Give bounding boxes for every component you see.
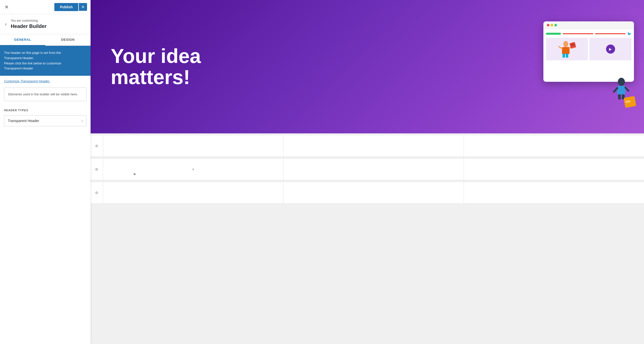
- elements-box-text: Elements used in the builder will be vis…: [8, 92, 78, 96]
- builder-gap: [91, 133, 644, 135]
- section-title: Header Builder: [11, 23, 47, 29]
- row-1-cell-1[interactable]: [103, 135, 284, 157]
- row-1-settings-icon[interactable]: ⚙: [91, 135, 103, 157]
- browser-dots: [543, 21, 634, 29]
- title-block: You are customizing Header Builder: [11, 19, 47, 29]
- plus-icon: +: [192, 166, 195, 173]
- row-3-cell-2[interactable]: [284, 182, 464, 203]
- sidebar: ✕ Publish ⚙ ‹ You are customizing Header…: [0, 0, 91, 344]
- top-bar: ✕ Publish ⚙: [0, 0, 91, 14]
- dot-yellow: [551, 24, 553, 26]
- row-1-cell-3[interactable]: [464, 135, 644, 157]
- publish-settings-button[interactable]: ⚙: [79, 3, 87, 11]
- row-gap-2: [91, 180, 644, 182]
- play-button-icon: ▶: [606, 45, 615, 54]
- svg-rect-1: [562, 47, 570, 54]
- row-2-cell-3[interactable]: [464, 159, 644, 180]
- elements-box: Elements used in the builder will be vis…: [4, 88, 87, 101]
- browser-grid: ▶: [546, 38, 631, 60]
- svg-line-2: [559, 47, 562, 49]
- row-1-cell-2[interactable]: [284, 135, 464, 157]
- transparent-header-label: Transparent Header: [8, 119, 39, 123]
- dot-red: [547, 24, 549, 26]
- svg-rect-12: [618, 94, 621, 99]
- row-gap-1: [91, 157, 644, 159]
- customize-transparent-header-link[interactable]: Customize Transparent Header.: [4, 79, 50, 83]
- person-code-svg: </>: [606, 74, 636, 114]
- tab-design[interactable]: DESIGN: [45, 34, 91, 46]
- gear-icon-row1: ⚙: [95, 144, 98, 148]
- chevron-right-icon: ›: [82, 119, 83, 123]
- svg-point-8: [618, 78, 625, 86]
- cursor-indicator: ⌖: [133, 172, 136, 177]
- red-bar-2: [595, 33, 626, 34]
- svg-rect-9: [617, 86, 625, 95]
- svg-line-11: [625, 88, 628, 91]
- tab-general[interactable]: GENERAL: [0, 34, 45, 46]
- info-box-text: The header on this page is set from the …: [4, 51, 61, 70]
- header-types-section-label: HEADER TYPES: [0, 105, 91, 114]
- svg-line-10: [614, 88, 617, 92]
- grid-cell-1: [546, 38, 588, 60]
- row-3-cell-3[interactable]: [464, 182, 644, 203]
- gear-icon: ⚙: [82, 5, 85, 9]
- back-icon: ‹: [5, 21, 7, 27]
- person-svg: [557, 39, 577, 59]
- red-bar: [562, 33, 593, 34]
- hero-banner: Your idea matters! 🐦: [91, 0, 644, 133]
- grid-cell-2: ▶: [589, 38, 631, 60]
- row-3-cell-1[interactable]: [103, 182, 284, 203]
- builder-area: ⚙ ⚙ + ⌖ ⚙: [91, 135, 644, 344]
- browser-mockup: 🐦: [543, 21, 634, 82]
- customize-link-area: Customize Transparent Header.: [0, 76, 91, 85]
- gear-icon-row2: ⚙: [95, 167, 98, 171]
- svg-point-0: [563, 41, 568, 47]
- tabs: GENERAL DESIGN: [0, 34, 91, 46]
- customizing-subtitle: You are customizing: [11, 19, 47, 22]
- svg-rect-4: [562, 54, 565, 58]
- browser-bar-row: 🐦: [546, 32, 631, 36]
- publish-group: Publish ⚙: [54, 3, 87, 11]
- hero-illustration: 🐦: [528, 19, 634, 114]
- close-button[interactable]: ✕: [4, 3, 10, 11]
- row-2-cell-1[interactable]: + ⌖: [103, 159, 284, 180]
- hero-heading: Your idea matters!: [111, 46, 201, 88]
- hero-text: Your idea matters!: [91, 30, 221, 103]
- green-bar: [546, 33, 561, 35]
- gear-icon-row3: ⚙: [95, 191, 98, 195]
- svg-rect-5: [566, 54, 568, 58]
- info-box: The header on this page is set from the …: [0, 46, 91, 76]
- builder-row-2: ⚙ + ⌖: [91, 159, 644, 180]
- publish-button[interactable]: Publish: [54, 3, 78, 11]
- twitter-icon: 🐦: [627, 32, 631, 36]
- row-2-cell-2[interactable]: [284, 159, 464, 180]
- row-3-settings-icon[interactable]: ⚙: [91, 182, 103, 203]
- row-2-settings-icon[interactable]: ⚙: [91, 159, 103, 180]
- preview-area: Your idea matters! 🐦: [91, 0, 644, 344]
- back-button[interactable]: ‹: [4, 20, 8, 28]
- builder-row-1: ⚙: [91, 135, 644, 157]
- back-area: ‹ You are customizing Header Builder: [0, 14, 91, 34]
- dot-green: [554, 24, 557, 26]
- builder-row-3: ⚙: [91, 182, 644, 204]
- transparent-header-item[interactable]: Transparent Header ›: [4, 115, 87, 126]
- browser-content: 🐦: [543, 29, 634, 63]
